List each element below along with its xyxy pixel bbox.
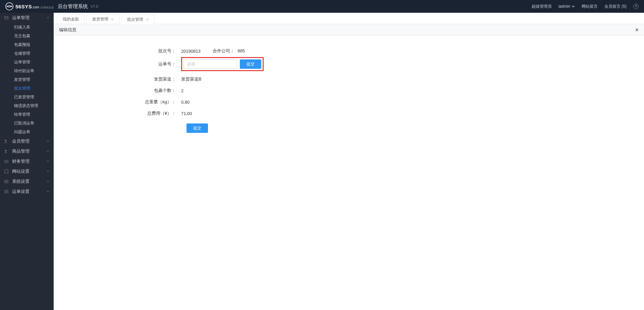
tabs: 我的桌面发货管理×批次管理× (54, 13, 644, 24)
close-icon[interactable]: × (146, 17, 149, 22)
header-role: 超级管理员 (532, 4, 552, 9)
sidebar-item-3[interactable]: 仓储管理 (0, 49, 54, 58)
menu-group-6[interactable]: 运单设置 (0, 187, 54, 197)
app-header: 56SYS.com 全国物流通 后台管理系统 V7.0 超级管理员 iadmin… (0, 0, 644, 13)
sidebar: 运单管理扫描入库无主包裹包裹预报仓储管理运单管理待付款运单发货管理批次管理已发货… (0, 13, 54, 310)
header-user[interactable]: iadmin (558, 4, 575, 9)
form-content: 批次号： 20190813 合作公司： 885 运单号： (54, 36, 644, 310)
sidebar-item-4[interactable]: 运单管理 (0, 58, 54, 66)
partner-value: 885 (237, 48, 245, 53)
chevron-down-icon (46, 150, 50, 153)
chevron-down-icon (46, 180, 50, 183)
channel-label: 发货渠道： (67, 76, 181, 82)
sidebar-item-7[interactable]: 批次管理 (0, 84, 54, 93)
tab-label: 我的桌面 (63, 16, 79, 22)
svg-point-6 (6, 161, 7, 162)
sidebar-item-10[interactable]: 转单管理 (0, 110, 54, 119)
menu-icon (4, 159, 9, 164)
close-icon[interactable]: × (635, 27, 639, 33)
sidebar-item-11[interactable]: 已取消运单 (0, 119, 54, 127)
menu-group-label: 财务管理 (12, 158, 46, 164)
menu-group-0[interactable]: 运单管理 (0, 13, 54, 23)
menu-icon (4, 179, 9, 184)
submit-button[interactable]: 提交 (186, 123, 208, 133)
tab-0[interactable]: 我的桌面 (57, 14, 85, 24)
menu-group-5[interactable]: 系统设置 (0, 176, 54, 187)
weight-label: 总重量（kg）： (67, 99, 181, 105)
fee-value: 71.00 (181, 111, 631, 116)
sidebar-item-0[interactable]: 扫描入库 (0, 23, 54, 32)
chevron-down-icon (46, 190, 50, 193)
menu-group-label: 网站设置 (12, 168, 46, 174)
svg-rect-1 (5, 16, 8, 19)
menu-icon (4, 189, 9, 194)
menu-icon (4, 149, 9, 154)
menu-icon (4, 169, 9, 174)
svg-point-0 (6, 3, 13, 10)
waybill-highlight: 提交 (181, 57, 264, 71)
logo-icon (5, 2, 13, 10)
batch-no-value: 20190813 (181, 49, 201, 54)
chevron-down-icon (572, 5, 575, 8)
svg-rect-11 (5, 190, 8, 193)
menu-icon (4, 15, 9, 20)
sidebar-item-1[interactable]: 无主包裹 (0, 32, 54, 40)
system-title: 后台管理系统 (58, 3, 88, 10)
svg-point-4 (5, 150, 7, 152)
chevron-down-icon (46, 170, 50, 173)
channel-value: 发货渠道B (181, 76, 631, 82)
chevron-down-icon (46, 140, 50, 143)
menu-icon (4, 139, 9, 144)
pkg-count-value: 2 (181, 88, 631, 93)
logo-text: 56SYS (15, 4, 32, 9)
chevron-down-icon (46, 160, 50, 163)
sidebar-item-9[interactable]: 物流状态管理 (0, 101, 54, 110)
partner-label: 合作公司： (213, 48, 234, 53)
sidebar-item-12[interactable]: 问题运单 (0, 127, 54, 136)
waybill-submit-button[interactable]: 提交 (240, 59, 261, 69)
batch-no-label: 批次号： (67, 48, 181, 54)
sidebar-item-5[interactable]: 待付款运单 (0, 66, 54, 75)
menu-group-label: 商品管理 (12, 148, 46, 154)
tab-2[interactable]: 批次管理× (121, 15, 154, 24)
menu-group-label: 系统设置 (12, 178, 46, 185)
sidebar-item-8[interactable]: 已发货管理 (0, 93, 54, 101)
header-member-msg[interactable]: 会员留言 (5) (604, 4, 627, 9)
svg-rect-7 (5, 170, 8, 173)
close-icon[interactable]: × (111, 17, 114, 22)
chevron-up-icon (46, 16, 50, 19)
panel-title: 编辑信息 (59, 27, 76, 33)
weight-value: 0.80 (181, 100, 631, 105)
menu-group-1[interactable]: 会员管理 (0, 136, 54, 146)
tab-label: 发货管理 (92, 16, 108, 22)
menu-group-label: 运单管理 (12, 15, 46, 21)
menu-group-4[interactable]: 网站设置 (0, 166, 54, 176)
svg-rect-8 (5, 180, 8, 183)
waybill-label: 运单号： (67, 61, 181, 67)
main: 我的桌面发货管理×批次管理× 编辑信息 × 批次号： 20190813 合作公司… (54, 13, 644, 310)
menu-group-3[interactable]: 财务管理 (0, 156, 54, 166)
fee-label: 总费用（¥）： (67, 110, 181, 116)
tab-1[interactable]: 发货管理× (87, 14, 119, 24)
sidebar-item-6[interactable]: 发货管理 (0, 75, 54, 84)
svg-point-3 (5, 140, 7, 142)
panel-header: 编辑信息 × (54, 24, 644, 36)
version: V7.0 (91, 4, 98, 8)
menu-group-2[interactable]: 商品管理 (0, 146, 54, 156)
logo[interactable]: 56SYS.com 全国物流通 (5, 2, 54, 10)
menu-group-label: 运单设置 (12, 189, 46, 195)
header-site-msg[interactable]: 网站留言 (582, 4, 598, 9)
waybill-input[interactable] (183, 59, 237, 69)
help-icon[interactable]: ? (633, 4, 639, 9)
pkg-count-label: 包裹个数： (67, 88, 181, 94)
tab-label: 批次管理 (127, 17, 143, 22)
menu-group-label: 会员管理 (12, 138, 46, 144)
sidebar-item-2[interactable]: 包裹预报 (0, 40, 54, 49)
